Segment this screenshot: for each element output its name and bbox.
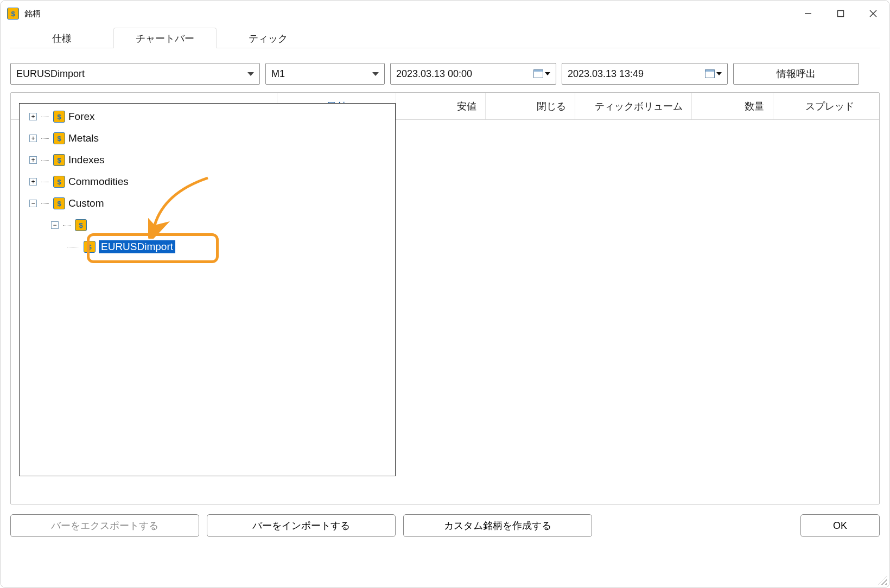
close-button[interactable]: [857, 4, 889, 23]
tab-chart-bar[interactable]: チャートバー: [113, 28, 217, 48]
bottom-buttons: バーをエクスポートする バーをインポートする カスタム銘柄を作成する OK: [10, 504, 880, 542]
request-button[interactable]: 情報呼出: [733, 63, 859, 85]
title-bar: $ 銘柄: [1, 1, 889, 27]
folder-icon: $: [53, 197, 65, 209]
folder-icon: $: [75, 219, 87, 231]
collapse-icon[interactable]: [51, 221, 59, 229]
tree-item-commodities[interactable]: $ Commodities: [23, 171, 392, 193]
symbols-window: $ 銘柄 仕様 チャートバー ティック EURUSDimport M1: [0, 0, 890, 588]
tabs: 仕様 チャートバー ティック: [10, 27, 880, 48]
timeframe-value: M1: [271, 68, 285, 80]
folder-icon: $: [53, 132, 65, 144]
minimize-button[interactable]: [792, 4, 824, 23]
export-bars-button[interactable]: バーをエクスポートする: [10, 514, 199, 537]
tab-tick[interactable]: ティック: [217, 28, 320, 48]
window-controls: [792, 4, 889, 23]
symbol-combo-value: EURUSDimport: [16, 68, 85, 80]
th-close[interactable]: 閉じる: [486, 93, 575, 119]
tree-item-eurusdimport[interactable]: $ EURUSDimport: [66, 236, 392, 258]
symbol-icon: $: [84, 241, 96, 253]
symbol-combo[interactable]: EURUSDimport: [10, 63, 260, 85]
maximize-button[interactable]: [824, 4, 857, 23]
date-to-field[interactable]: 2023.03.13 13:49: [562, 63, 728, 85]
symbol-tree: $ Forex $ Metals $ Indexes $ Commodities…: [20, 104, 395, 260]
ok-button[interactable]: OK: [800, 514, 880, 537]
collapse-icon[interactable]: [29, 200, 37, 207]
svg-rect-1: [838, 11, 844, 17]
th-tickvol[interactable]: ティックボリューム: [575, 93, 692, 119]
th-low[interactable]: 安値: [396, 93, 486, 119]
create-custom-symbol-button[interactable]: カスタム銘柄を作成する: [403, 514, 592, 537]
window-title: 銘柄: [24, 9, 41, 19]
request-button-label: 情報呼出: [777, 67, 816, 80]
timeframe-combo[interactable]: M1: [265, 63, 385, 85]
tree-item-custom[interactable]: $ Custom: [23, 193, 392, 214]
chevron-down-icon: [247, 72, 254, 76]
expand-icon[interactable]: [29, 135, 37, 142]
tree-item-indexes[interactable]: $ Indexes: [23, 149, 392, 171]
calendar-icon[interactable]: [705, 69, 722, 78]
th-spread[interactable]: スプレッド: [773, 93, 863, 119]
folder-icon: $: [53, 154, 65, 166]
th-volume[interactable]: 数量: [692, 93, 773, 119]
symbol-tree-dropdown[interactable]: $ Forex $ Metals $ Indexes $ Commodities…: [19, 103, 396, 476]
tree-item-forex[interactable]: $ Forex: [23, 106, 392, 127]
date-from-field[interactable]: 2023.03.13 00:00: [390, 63, 556, 85]
calendar-icon[interactable]: [533, 69, 550, 78]
expand-icon[interactable]: [29, 178, 37, 186]
chevron-down-icon: [372, 72, 379, 76]
tab-spec[interactable]: 仕様: [10, 28, 113, 48]
expand-icon[interactable]: [29, 156, 37, 164]
date-to-value: 2023.03.13 13:49: [568, 68, 644, 80]
date-from-value: 2023.03.13 00:00: [396, 68, 472, 80]
import-bars-button[interactable]: バーをインポートする: [207, 514, 396, 537]
folder-icon: $: [53, 176, 65, 188]
tree-item-custom-sub[interactable]: $: [44, 214, 392, 236]
folder-icon: $: [53, 111, 65, 123]
tree-item-metals[interactable]: $ Metals: [23, 127, 392, 149]
app-icon: $: [7, 8, 19, 20]
expand-icon[interactable]: [29, 113, 37, 120]
resize-grip-icon[interactable]: [877, 575, 887, 585]
toolbar: EURUSDimport M1 2023.03.13 00:00 2023.03…: [10, 63, 880, 85]
